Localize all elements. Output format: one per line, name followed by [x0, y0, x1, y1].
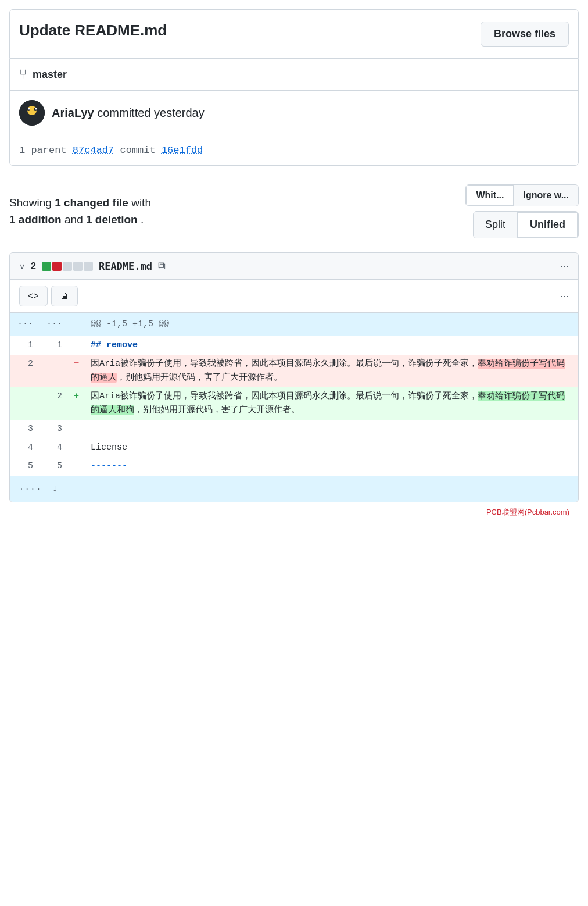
copy-icon[interactable]: ⧉ [158, 260, 166, 272]
table-row: 2 + 因Aria被诈骗份子使用，导致我被跨省，因此本项目源码永久删除。最后说一… [10, 387, 578, 420]
branch-section: ⑂ master [9, 59, 579, 91]
avatar [19, 100, 45, 126]
file-view-button[interactable]: 🗎 [51, 286, 78, 306]
more-options-icon[interactable]: ··· [560, 260, 569, 272]
file-name: README.md [99, 261, 152, 272]
line-sign-5 [68, 457, 85, 476]
file-icon: 🗎 [60, 291, 69, 301]
author-action: committed yesterday [97, 106, 205, 119]
table-row: 4 4 License [10, 438, 578, 457]
line-old-2-add [10, 387, 39, 420]
hunk-header-row: ··· ··· @@ -1,5 +1,5 @@ [10, 313, 578, 336]
whitespace-controls: Whit... Ignore w... [465, 184, 579, 206]
line-old-3: 3 [10, 420, 39, 438]
line-old-1: 1 [10, 336, 39, 355]
parents-section: 1 parent 87c4ad7 commit 16e1fdd [9, 135, 579, 166]
svg-point-4 [28, 108, 30, 110]
line-old-5: 5 [10, 457, 39, 476]
commit-hash[interactable]: 16e1fdd [162, 145, 203, 156]
files-changed-text: Showing 1 changed file with 1 addition a… [9, 195, 151, 228]
showing-label: Showing [9, 197, 52, 209]
hunk-content: @@ -1,5 +1,5 @@ [85, 313, 578, 336]
expand-arrow-icon[interactable]: ↓ [52, 483, 58, 494]
inline-add-span: 奉劝给诈骗份子写代码的逼人和狗 [91, 391, 565, 415]
chevron-down-icon[interactable]: ∨ [19, 262, 25, 271]
table-row: 1 1 ## remove [10, 336, 578, 355]
deletion-count: 1 deletion [86, 213, 138, 226]
watermark-text: PCB联盟网(Pcbbar.com) [486, 508, 569, 516]
table-row: 5 5 ------- [10, 457, 578, 476]
view-controls: Whit... Ignore w... Split Unified [465, 184, 579, 238]
browse-files-button[interactable]: Browse files [481, 22, 569, 47]
diff-block-gray-1 [63, 262, 72, 271]
hunk-new-num: ··· [39, 313, 68, 336]
diff-table: ··· ··· @@ -1,5 +1,5 @@ 1 1 ## remove 2 … [10, 313, 578, 502]
table-row: 3 3 [10, 420, 578, 438]
author-name: AriaLyy [52, 106, 94, 119]
file-diff: ∨ 2 README.md ⧉ ··· <> [9, 252, 579, 502]
inline-del-span: 奉劝给诈骗份子写代码的逼人 [91, 359, 565, 383]
line-old-4: 4 [10, 438, 39, 457]
changed-count: 1 changed file [55, 197, 128, 209]
line-sign-2-del: − [68, 355, 85, 387]
line-old-2: 2 [10, 355, 39, 387]
diff-block-green-1 [42, 262, 51, 271]
file-header: ∨ 2 README.md ⧉ ··· [10, 253, 578, 280]
line-sign-4 [68, 438, 85, 457]
commit-title: Update README.md [19, 22, 167, 40]
author-section: AriaLyy committed yesterday [9, 91, 579, 135]
and-label: and [64, 213, 83, 226]
line-content-2-add: 因Aria被诈骗份子使用，导致我被跨省，因此本项目源码永久删除。最后说一句，诈骗… [85, 387, 578, 420]
line-content-2-del: 因Aria被诈骗份子使用，导致我被跨省，因此本项目源码永久删除。最后说一句，诈骗… [85, 355, 578, 387]
line-content-3 [85, 420, 578, 438]
hunk-sign [68, 313, 85, 336]
line-new-2-del [39, 355, 68, 387]
svg-point-5 [35, 108, 37, 110]
code-view-buttons: <> 🗎 ··· [10, 280, 578, 313]
code-view-button[interactable]: <> [19, 286, 48, 306]
line-sign-2-add: + [68, 387, 85, 420]
file-header-left: ∨ 2 README.md ⧉ [19, 260, 554, 272]
period: . [141, 213, 144, 226]
expand-dots: ···· [19, 485, 42, 494]
diff-blocks [42, 262, 93, 271]
table-row: 2 − 因Aria被诈骗份子使用，导致我被跨省，因此本项目源码永久删除。最后说一… [10, 355, 578, 387]
addition-count: 1 addition [9, 213, 62, 226]
split-controls: Split Unified [473, 211, 579, 238]
split-view-button[interactable]: Split [474, 212, 517, 238]
commit-label: commit [120, 145, 155, 156]
line-new-2: 2 [39, 387, 68, 420]
parent-label: 1 parent [19, 145, 67, 156]
whitespace-button[interactable]: Whit... [466, 185, 514, 206]
files-changed-bar: Showing 1 changed file with 1 addition a… [9, 180, 579, 243]
line-content-4: License [85, 438, 578, 457]
line-sign-3 [68, 420, 85, 438]
hunk-old-num: ··· [10, 313, 39, 336]
diff-block-gray-3 [84, 262, 93, 271]
branch-icon: ⑂ [19, 67, 27, 82]
parent-hash[interactable]: 87c4ad7 [73, 145, 114, 156]
file-actions: ··· [560, 260, 569, 272]
diff-block-red-1 [52, 262, 62, 271]
branch-name: master [33, 69, 67, 81]
expand-row: ···· ↓ [10, 476, 578, 502]
line-new-4: 4 [39, 438, 68, 457]
line-new-1: 1 [39, 336, 68, 355]
diff-block-gray-2 [73, 262, 83, 271]
author-info: AriaLyy committed yesterday [52, 106, 205, 120]
line-new-5: 5 [39, 457, 68, 476]
code-icon: <> [28, 291, 39, 301]
line-content-5: ------- [85, 457, 578, 476]
footer: PCB联盟网(Pcbbar.com) [9, 502, 579, 522]
ignore-whitespace-button[interactable]: Ignore w... [514, 185, 578, 206]
diff-more-icon[interactable]: ··· [560, 290, 569, 302]
diff-count: 2 [31, 261, 36, 272]
unified-view-button[interactable]: Unified [517, 212, 578, 238]
line-sign-1 [68, 336, 85, 355]
line-content-1: ## remove [85, 336, 578, 355]
commit-header: Update README.md Browse files [9, 9, 579, 59]
line-new-3: 3 [39, 420, 68, 438]
with-label: with [131, 197, 151, 209]
